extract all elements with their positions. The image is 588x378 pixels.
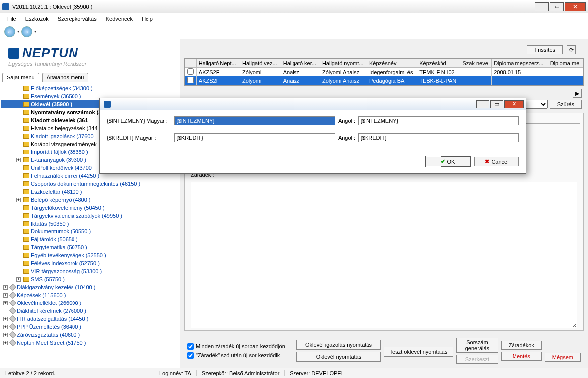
sidebar-tab-own[interactable]: Saját menü <box>2 73 39 82</box>
folder-icon <box>23 142 29 147</box>
column-header[interactable]: Képzéskód <box>417 59 460 68</box>
tree-item[interactable]: +SMS (55750 ) <box>1 275 179 283</box>
diamond-icon <box>9 284 16 291</box>
column-header[interactable] <box>185 59 197 68</box>
diamond-icon <box>9 323 16 330</box>
tree-item[interactable]: +FIR adatszolgáltatás (14450 ) <box>1 315 179 323</box>
folder-icon <box>23 86 29 91</box>
folder-icon <box>23 221 29 226</box>
table-row[interactable]: AKZS2FZólyomiAnaiszZólyomi AnaiszIdegenf… <box>185 68 583 76</box>
dialog-maximize-button[interactable]: ▭ <box>490 100 503 108</box>
tree-item[interactable]: Féléves indexsorok (52750 ) <box>1 259 179 267</box>
tree-item[interactable]: Előképzettségek (34300 ) <box>1 84 179 92</box>
nav-forward-button[interactable]: → <box>21 26 32 37</box>
scroll-right-icon[interactable]: ▶ <box>573 89 582 98</box>
menu-file[interactable]: File <box>4 15 19 23</box>
nav-back-dropdown[interactable]: ▾ <box>17 29 19 34</box>
print-test-cert-button[interactable]: Teszt oklevél nyomtatás <box>384 347 453 357</box>
folder-icon <box>23 277 29 282</box>
column-header[interactable]: Képzésnév <box>368 59 417 68</box>
chk-row-start[interactable] <box>187 343 194 350</box>
tree-item[interactable]: +PPP Üzemeltetés (36400 ) <box>1 323 179 331</box>
dialog-cancel-button[interactable]: ✖Cancel <box>474 157 519 166</box>
nav-back-button[interactable]: ← <box>4 26 15 37</box>
chk-word-newline[interactable] <box>187 352 194 359</box>
status-server: Szerver: DEVELOPEI <box>285 370 348 376</box>
maximize-button[interactable]: ▭ <box>550 2 564 11</box>
tree-item[interactable]: +Oklevélmelléklet (266000 ) <box>1 299 179 307</box>
tree-item[interactable]: Egyéb tevékenységek (52550 ) <box>1 251 179 259</box>
dialog-minimize-button[interactable]: — <box>476 100 489 108</box>
check-icon: ✔ <box>441 158 445 165</box>
menu-help[interactable]: Help <box>139 15 156 23</box>
tree-item[interactable]: Dokumentumok (50550 ) <box>1 227 179 235</box>
menu-favorites[interactable]: Kedvencek <box>103 15 136 23</box>
folder-icon <box>23 102 29 107</box>
tree-item[interactable]: +Neptun Meet Street (51750 ) <box>1 339 179 347</box>
sidebar-tab-general[interactable]: Általános menü <box>42 73 89 82</box>
filter-button[interactable]: Szűrés <box>550 100 582 109</box>
field-kredit-hu-input[interactable] <box>174 133 335 142</box>
tree-item[interactable]: +Diákigazolvány kezelés (10400 ) <box>1 283 179 291</box>
edit-button[interactable]: Szerkeszt <box>456 355 498 364</box>
column-header[interactable]: Szak neve <box>460 59 492 68</box>
print-cert-confirmation-button[interactable]: Oklevél igazolás nyomtatás <box>296 340 381 350</box>
tree-item[interactable]: +Belépő képernyő (4800 ) <box>1 196 179 204</box>
tree-item[interactable]: +Képzések (115600 ) <box>1 291 179 299</box>
diamond-icon <box>9 315 16 322</box>
logo-icon <box>8 48 19 59</box>
column-header[interactable]: Hallgató vez... <box>240 59 281 68</box>
column-header[interactable]: Diploma megszerz... <box>492 59 548 68</box>
cycle-icon[interactable]: ⟳ <box>567 45 576 54</box>
field-intezmeny-hu-label: {$INTEZMENY} Magyar : <box>107 118 171 124</box>
column-header[interactable]: Diploma me <box>548 59 583 68</box>
nav-forward-dropdown[interactable]: ▾ <box>34 29 36 34</box>
status-role: Szerepkör: Belső Adminisztrátor <box>197 370 285 376</box>
print-cert-button[interactable]: Oklevél nyomtatás <box>296 352 381 362</box>
tree-item[interactable]: Eszközleltár (48100 ) <box>1 188 179 196</box>
save-button[interactable]: Mentés <box>501 352 542 361</box>
table-row[interactable]: AKZS2FZólyomiAnaiszZólyomi AnaiszPedagóg… <box>185 76 583 85</box>
dialog-ok-button[interactable]: ✔OK <box>426 157 470 166</box>
endorsements-button[interactable]: Záradékok <box>501 341 542 350</box>
diamond-icon <box>9 292 16 299</box>
field-intezmeny-en-label: Angol : <box>338 118 355 124</box>
gen-serial-button[interactable]: Sorszám generálás <box>456 338 498 353</box>
close-button[interactable]: ✕ <box>565 2 586 11</box>
tree-item[interactable]: Fájltárolók (50650 ) <box>1 235 179 243</box>
folder-icon <box>23 237 29 242</box>
tree-item[interactable]: Iktatás (50350 ) <box>1 220 179 227</box>
sidebar: NEPTUN Egységes Tanulmányi Rendszer Sajá… <box>0 39 180 368</box>
tree-item[interactable]: Diákhitel kérelmek (276000 ) <box>1 307 179 315</box>
tree-item[interactable]: Tárgyekvivalencia szabályok (49950 ) <box>1 212 179 220</box>
minimize-button[interactable] <box>535 2 549 11</box>
data-grid[interactable]: Hallgató Nept...Hallgató vez...Hallgató … <box>184 58 584 86</box>
folder-icon <box>23 181 29 186</box>
menu-role[interactable]: Szerepkörváltás <box>55 15 100 23</box>
refresh-button[interactable]: Frissítés <box>527 45 563 54</box>
row-checkbox[interactable] <box>187 68 194 75</box>
menu-tools[interactable]: Eszközök <box>22 15 52 23</box>
tree-item[interactable]: +Záróvizsgáztatás (40600 ) <box>1 331 179 339</box>
tree-item[interactable]: Tárgyelőkövetelmény (50450 ) <box>1 204 179 212</box>
tree-item[interactable]: Tárgytematika (50750 ) <box>1 243 179 251</box>
field-intezmeny-hu-input[interactable] <box>174 116 335 125</box>
diamond-icon <box>9 339 16 346</box>
folder-icon <box>23 157 29 162</box>
endorsement-textarea[interactable] <box>191 182 577 328</box>
app-logo-text: NEPTUN <box>22 45 78 61</box>
folder-icon <box>23 245 29 250</box>
column-header[interactable]: Hallgató nyomt... <box>320 59 367 68</box>
row-checkbox[interactable] <box>187 77 194 83</box>
cancel-button[interactable]: Mégsem <box>545 353 581 362</box>
folder-icon <box>23 134 29 139</box>
tree-item[interactable]: VIR tárgyazonosság (53300 ) <box>1 267 179 275</box>
column-header[interactable]: Hallgató Nept... <box>196 59 240 68</box>
column-header[interactable]: Hallgató ker... <box>281 59 320 68</box>
tree-item[interactable]: Csoportos dokumentummegtekintés (46150 ) <box>1 180 179 188</box>
dialog-close-button[interactable]: ✕ <box>504 100 524 108</box>
folder-icon <box>23 94 29 99</box>
field-intezmeny-en-input[interactable] <box>358 116 519 125</box>
field-kredit-en-input[interactable] <box>358 133 519 142</box>
folder-icon <box>23 269 29 274</box>
